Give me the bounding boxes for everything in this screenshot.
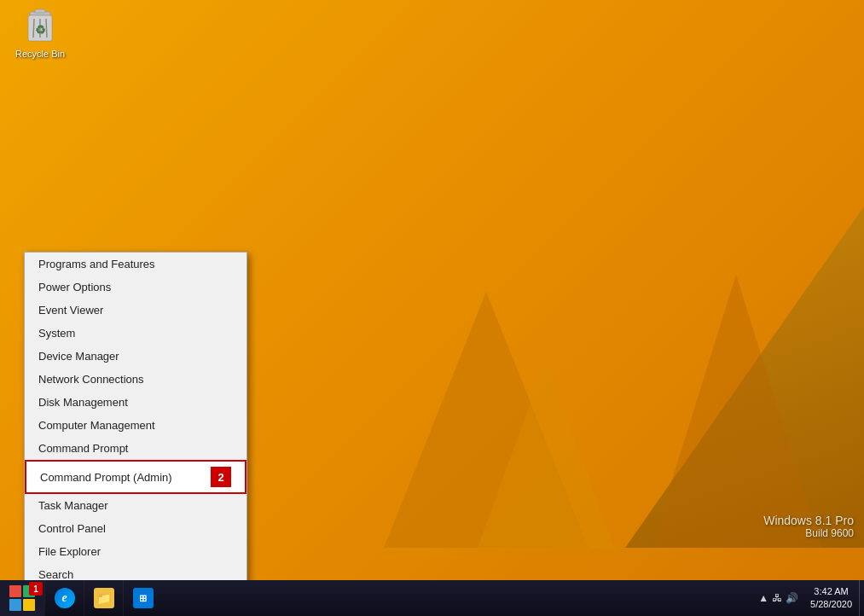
badge-1: 1 — [29, 582, 43, 596]
taskbar-store-button[interactable]: ⊞ — [123, 580, 162, 616]
svg-line-5 — [46, 19, 47, 38]
recycle-bin-label: Recycle Bin — [15, 49, 65, 59]
menu-item-control-panel[interactable]: Control Panel — [25, 517, 246, 540]
menu-item-programs-features[interactable]: Programs and Features — [25, 253, 246, 276]
menu-item-network-connections[interactable]: Network Connections — [25, 368, 246, 391]
ie-icon: e — [55, 588, 75, 608]
clock-date: 5/28/2020 — [810, 598, 852, 611]
volume-icon[interactable]: 🔊 — [786, 592, 798, 604]
start-button[interactable]: 1 — [0, 580, 44, 616]
taskbar: 1 e 📁 ⊞ ▲ 🖧 🔊 3:42 AM 5/28/2020 — [0, 580, 864, 616]
recycle-bin-svg: ♻ — [23, 9, 57, 46]
taskbar-ie-button[interactable]: e — [44, 580, 84, 616]
show-desktop-button[interactable] — [859, 580, 864, 616]
menu-item-task-manager[interactable]: Task Manager — [25, 494, 246, 517]
context-menu: Programs and Features Power Options Even… — [24, 252, 247, 616]
system-tray: ▲ 🖧 🔊 — [753, 592, 803, 604]
store-icon: ⊞ — [133, 588, 154, 608]
explorer-icon: 📁 — [94, 588, 114, 608]
start-sq-red — [9, 585, 21, 597]
menu-item-device-manager[interactable]: Device Manager — [25, 345, 246, 368]
menu-item-power-options[interactable]: Power Options — [25, 276, 246, 299]
svg-rect-1 — [35, 9, 45, 13]
badge-2: 2 — [211, 467, 231, 487]
svg-text:♻: ♻ — [35, 23, 46, 37]
menu-item-system[interactable]: System — [25, 322, 246, 345]
windows-build: Build 9600 — [763, 527, 854, 539]
windows-watermark: Windows 8.1 Pro Build 9600 — [763, 514, 854, 539]
start-sq-blue — [9, 599, 21, 611]
menu-item-file-explorer[interactable]: File Explorer — [25, 540, 246, 563]
menu-item-disk-management[interactable]: Disk Management — [25, 391, 246, 414]
taskbar-clock[interactable]: 3:42 AM 5/28/2020 — [803, 585, 859, 612]
menu-item-command-prompt-admin[interactable]: Command Prompt (Admin) 2 — [25, 460, 246, 494]
menu-item-event-viewer[interactable]: Event Viewer — [25, 299, 246, 322]
tray-chevron[interactable]: ▲ — [758, 592, 768, 604]
windows-version: Windows 8.1 Pro — [763, 514, 854, 527]
taskbar-explorer-button[interactable]: 📁 — [84, 580, 123, 616]
menu-item-computer-management[interactable]: Computer Management — [25, 414, 246, 437]
taskbar-right: ▲ 🖧 🔊 3:42 AM 5/28/2020 — [753, 580, 864, 616]
menu-item-command-prompt[interactable]: Command Prompt — [25, 437, 246, 460]
start-sq-yellow — [23, 599, 35, 611]
network-icon[interactable]: 🖧 — [772, 592, 782, 604]
clock-time: 3:42 AM — [810, 585, 852, 598]
recycle-bin-icon[interactable]: ♻ Recycle Bin — [10, 9, 70, 59]
